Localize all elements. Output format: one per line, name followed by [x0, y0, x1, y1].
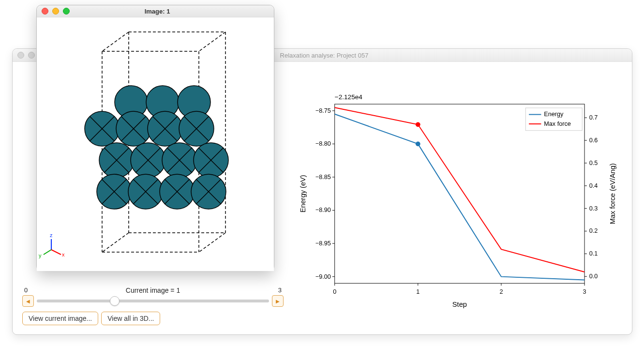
- svg-text:0.6: 0.6: [589, 137, 598, 144]
- svg-text:−8.75: −8.75: [315, 107, 331, 114]
- image-canvas[interactable]: z x y: [37, 17, 274, 271]
- atoms-group: [85, 86, 228, 209]
- slider-max: 3: [278, 286, 282, 295]
- chart-ylabel-left: Energy (eV): [299, 175, 307, 212]
- view-all-3d-button[interactable]: View all in 3D...: [101, 312, 160, 325]
- svg-text:2: 2: [499, 288, 503, 295]
- svg-line-52: [102, 233, 129, 252]
- svg-text:3: 3: [583, 288, 586, 295]
- svg-point-37: [416, 142, 420, 147]
- slider-prev-button[interactable]: ◀: [22, 295, 34, 307]
- chart-ylabel-right: Max force (eV/Ang): [609, 163, 616, 224]
- svg-line-53: [199, 233, 225, 252]
- svg-text:−8.80: −8.80: [315, 140, 331, 147]
- svg-text:1: 1: [416, 288, 419, 295]
- svg-text:0.7: 0.7: [589, 114, 598, 121]
- svg-text:−8.85: −8.85: [315, 174, 331, 181]
- slider-current-label: Current image = 1: [126, 286, 180, 294]
- svg-text:0.3: 0.3: [589, 205, 598, 212]
- svg-text:x: x: [62, 252, 65, 257]
- svg-point-38: [416, 122, 420, 127]
- image-titlebar[interactable]: Image: 1: [37, 5, 274, 17]
- legend-maxforce: Max force: [544, 120, 571, 127]
- svg-text:y: y: [39, 253, 42, 258]
- chart-panel: −2.125e4 −8.75−8.80−8.85−8.90−8.95−9.00 …: [292, 72, 622, 325]
- svg-line-97: [44, 250, 51, 255]
- chart-xlabel: Step: [452, 301, 467, 308]
- chart-series-energy: [335, 114, 584, 280]
- slider-range-row: 0 Current image = 1 3: [22, 286, 284, 295]
- chart-series-maxforce: [335, 107, 584, 272]
- button-row: View current image... View all in 3D...: [22, 312, 284, 325]
- axis-gizmo-icon: z x y: [39, 232, 65, 258]
- svg-line-95: [51, 250, 61, 255]
- slider-min: 0: [24, 286, 28, 295]
- svg-text:0.0: 0.0: [589, 273, 598, 280]
- svg-text:0.4: 0.4: [589, 182, 598, 189]
- chart-offset-label: −2.125e4: [335, 93, 363, 101]
- svg-line-51: [199, 32, 225, 51]
- chart-legend: Energy Max force: [525, 108, 582, 131]
- svg-text:−8.95: −8.95: [315, 240, 331, 247]
- image-slider-area: 0 Current image = 1 3 ◀ ▶ View current i…: [22, 286, 284, 325]
- slider-track[interactable]: [37, 300, 269, 302]
- svg-text:0.5: 0.5: [589, 160, 598, 166]
- svg-line-50: [102, 32, 129, 51]
- svg-text:−8.90: −8.90: [315, 207, 331, 213]
- svg-text:0: 0: [333, 288, 336, 295]
- zoom-icon[interactable]: [63, 8, 70, 15]
- traffic-lights: [42, 8, 70, 15]
- slider-next-button[interactable]: ▶: [272, 295, 284, 307]
- close-icon[interactable]: [42, 8, 48, 15]
- minimize-icon[interactable]: [52, 8, 59, 15]
- svg-text:z: z: [50, 232, 53, 238]
- image-window: Image: 1: [36, 5, 274, 271]
- energy-force-chart: −2.125e4 −8.75−8.80−8.85−8.90−8.95−9.00 …: [292, 72, 622, 325]
- svg-text:0.1: 0.1: [589, 250, 598, 257]
- image-window-title: Image: 1: [70, 8, 245, 15]
- slider-row: ◀ ▶: [22, 295, 284, 307]
- view-current-image-button[interactable]: View current image...: [22, 312, 98, 325]
- slider-thumb[interactable]: [110, 296, 120, 306]
- legend-energy: Energy: [544, 111, 564, 118]
- svg-text:0.2: 0.2: [589, 227, 598, 234]
- minimize-icon[interactable]: [28, 52, 35, 59]
- svg-rect-0: [335, 104, 584, 283]
- close-icon[interactable]: [17, 52, 24, 59]
- svg-text:−9.00: −9.00: [315, 273, 331, 280]
